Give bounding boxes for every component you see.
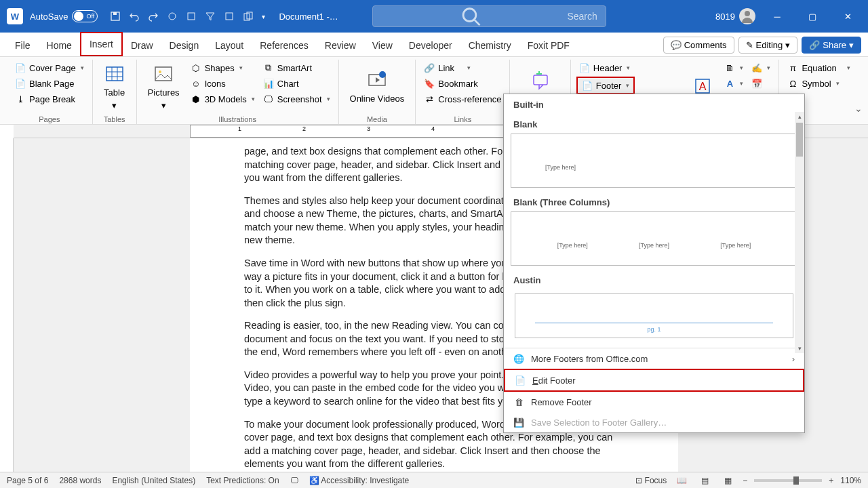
- svg-rect-3: [188, 13, 195, 20]
- read-mode-button[interactable]: 📖: [673, 474, 690, 487]
- cross-reference-button[interactable]: ⇄Cross-reference: [421, 92, 504, 106]
- edit-footer-menuitem[interactable]: 📄Edit Footer: [504, 369, 804, 392]
- zoom-in-button[interactable]: +: [829, 476, 833, 485]
- autosave-toggle[interactable]: AutoSave Off: [30, 10, 98, 22]
- editing-button[interactable]: ✎ Editing ▾: [738, 37, 798, 54]
- svg-rect-1: [113, 12, 117, 15]
- comments-button[interactable]: 💬 Comments: [663, 37, 734, 54]
- svg-line-8: [475, 20, 480, 26]
- svg-point-18: [379, 71, 386, 78]
- redo-icon[interactable]: [148, 11, 159, 22]
- statusbar: Page 5 of 6 2868 words English (United S…: [0, 472, 868, 488]
- qat-icon[interactable]: [186, 11, 197, 22]
- tab-view[interactable]: View: [364, 35, 401, 56]
- shapes-button[interactable]: ⬡Shapes▾: [188, 61, 258, 75]
- qat-icon[interactable]: [243, 11, 254, 22]
- screenshot-button[interactable]: 🖵Screenshot▾: [260, 92, 333, 106]
- document-title[interactable]: Document1 -…: [279, 12, 338, 22]
- blank-page-button[interactable]: 📄Blank Page: [12, 77, 87, 90]
- cover-page-button[interactable]: 📄Cover Page▾: [12, 61, 87, 75]
- avatar-icon: [739, 8, 755, 24]
- group-label: Media: [344, 114, 410, 125]
- tab-home[interactable]: Home: [39, 35, 80, 56]
- page-break-button[interactable]: ⤓Page Break: [12, 92, 87, 106]
- tab-references[interactable]: References: [252, 35, 317, 56]
- footer-preview-blank-3col[interactable]: [Type here][Type here][Type here]: [511, 211, 797, 266]
- group-label: Illustrations: [142, 114, 333, 125]
- qat-overflow[interactable]: ▾: [262, 13, 265, 20]
- share-button[interactable]: 🔗 Share ▾: [802, 37, 861, 54]
- group-label: Tables: [98, 114, 131, 125]
- word-count[interactable]: 2868 words: [59, 476, 101, 485]
- svg-point-9: [745, 11, 750, 16]
- minimize-button[interactable]: ─: [764, 5, 791, 27]
- tab-design[interactable]: Design: [161, 35, 208, 56]
- titlebar: W AutoSave Off ▾ Document1 -… Search 801…: [0, 0, 868, 33]
- page-indicator[interactable]: Page 5 of 6: [7, 476, 48, 485]
- link-button[interactable]: 🔗Link▾: [421, 61, 504, 75]
- gallery-item-label: Austin: [511, 271, 797, 289]
- header-button[interactable]: 📄Header▾: [576, 61, 635, 75]
- tab-chemistry[interactable]: Chemistry: [460, 35, 519, 56]
- text-item[interactable]: 🗎▾: [722, 61, 746, 75]
- chart-button[interactable]: 📊Chart: [260, 77, 333, 90]
- user-account[interactable]: 8019: [715, 8, 755, 24]
- equation-button[interactable]: πEquation▾: [785, 61, 852, 75]
- tab-layout[interactable]: Layout: [207, 35, 252, 56]
- search-input[interactable]: Search: [372, 5, 606, 27]
- accessibility-checker[interactable]: ♿ Accessibility: Investigate: [309, 476, 410, 485]
- web-layout-button[interactable]: ▦: [719, 474, 736, 487]
- text-item[interactable]: A▾: [722, 77, 746, 90]
- print-layout-button[interactable]: ▤: [696, 474, 713, 487]
- footer-preview-blank[interactable]: [Type here]: [511, 134, 797, 188]
- smartart-button[interactable]: ⧉SmartArt: [260, 61, 333, 75]
- focus-mode-button[interactable]: ⊡ Focus: [635, 476, 667, 485]
- language-indicator[interactable]: English (United States): [112, 476, 195, 485]
- save-icon[interactable]: [110, 11, 121, 22]
- icons-button[interactable]: ☺Icons: [188, 77, 258, 90]
- more-footers-menuitem[interactable]: 🌐More Footers from Office.com›: [504, 348, 804, 369]
- zoom-out-button[interactable]: −: [743, 476, 747, 485]
- vertical-ruler[interactable]: [0, 138, 14, 472]
- tab-file[interactable]: File: [7, 35, 39, 56]
- table-button[interactable]: Table▾: [98, 60, 131, 114]
- word-icon: W: [7, 8, 23, 24]
- filter-icon[interactable]: [205, 11, 216, 22]
- undo-icon[interactable]: [129, 11, 140, 22]
- group-label: Links: [421, 114, 504, 125]
- text-item[interactable]: 📅: [749, 77, 773, 90]
- svg-point-16: [159, 70, 161, 73]
- dropdown-section-header: Built-in: [504, 94, 804, 115]
- footer-preview-austin[interactable]: pg. 1: [511, 289, 797, 342]
- qat-icon[interactable]: [167, 11, 178, 22]
- maximize-button[interactable]: ▢: [799, 5, 826, 27]
- zoom-level[interactable]: 110%: [840, 476, 861, 485]
- close-button[interactable]: ✕: [834, 5, 861, 27]
- tab-draw[interactable]: Draw: [123, 35, 161, 56]
- svg-rect-19: [534, 75, 547, 85]
- svg-rect-10: [106, 67, 123, 81]
- pictures-button[interactable]: Pictures▾: [142, 60, 185, 114]
- gallery-item-label: Blank: [511, 115, 797, 134]
- display-settings-icon[interactable]: 🖵: [290, 476, 298, 485]
- collapse-ribbon-button[interactable]: ⌄: [854, 103, 863, 114]
- svg-point-2: [169, 13, 176, 20]
- text-item[interactable]: ✍▾: [749, 61, 773, 75]
- save-selection-menuitem: 💾Save Selection to Footer Gallery…: [504, 412, 804, 432]
- tab-foxit[interactable]: Foxit PDF: [519, 35, 578, 56]
- remove-footer-menuitem[interactable]: 🗑Remove Footer: [504, 392, 804, 412]
- svg-text:A: A: [699, 81, 707, 92]
- bookmark-button[interactable]: 🔖Bookmark: [421, 77, 504, 90]
- 3d-models-button[interactable]: ⬢3D Models▾: [188, 92, 258, 106]
- dropdown-scrollbar[interactable]: ▴ ▾: [795, 112, 804, 353]
- footer-button[interactable]: 📄Footer▾: [576, 77, 635, 94]
- online-videos-button[interactable]: Online Videos: [344, 60, 410, 114]
- zoom-slider[interactable]: [754, 479, 822, 482]
- svg-point-7: [463, 9, 476, 22]
- text-predictions[interactable]: Text Predictions: On: [206, 476, 279, 485]
- qat-icon[interactable]: [224, 11, 235, 22]
- symbol-button[interactable]: ΩSymbol▾: [785, 77, 852, 90]
- tab-review[interactable]: Review: [317, 35, 364, 56]
- tab-developer[interactable]: Developer: [401, 35, 460, 56]
- tab-insert[interactable]: Insert: [80, 32, 123, 56]
